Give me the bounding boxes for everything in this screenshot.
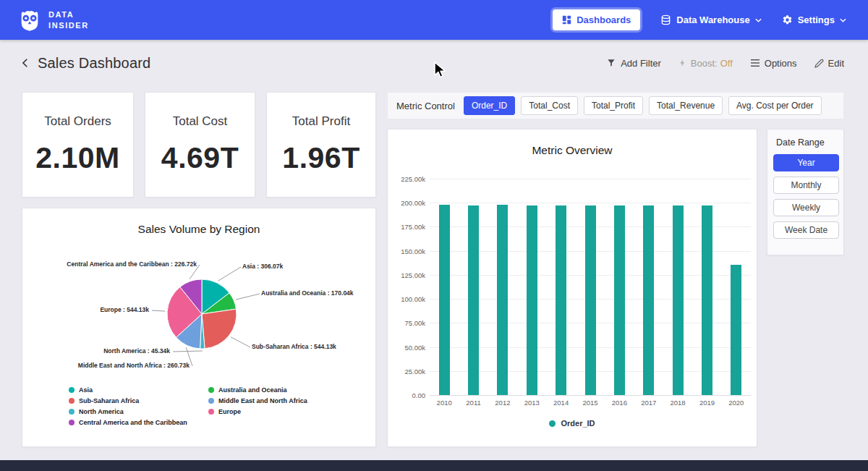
bar-2010[interactable] — [439, 205, 450, 395]
x-axis-tick-label: 2010 — [430, 399, 459, 407]
bar-2013[interactable] — [527, 205, 537, 395]
bar-2011[interactable] — [468, 205, 479, 395]
sales-volume-by-region-card: Sales Volume by Region Asia : 306.07k Au… — [22, 208, 376, 447]
pie-label-asia: Asia : 306.07k — [242, 263, 283, 270]
date-range-label: Date Range — [776, 137, 838, 148]
bar-2020[interactable] — [731, 265, 741, 395]
x-axis-tick-label: 2015 — [576, 399, 605, 407]
metric-button-total-profit[interactable]: Total_Profit — [584, 96, 643, 115]
kpi-label: Total Profit — [292, 114, 350, 129]
date-range-button-year[interactable]: Year — [773, 154, 839, 171]
y-axis-tick-label: 50.00k — [391, 344, 425, 352]
edit-button[interactable]: Edit — [814, 58, 844, 69]
boost-value: Off — [720, 58, 733, 69]
legend-dot — [549, 420, 556, 427]
metric-control-bar: Metric Control Order_ID Total_Cost Total… — [387, 92, 844, 119]
bar-2016[interactable] — [614, 205, 625, 395]
options-label: Options — [765, 58, 797, 69]
x-axis-tick-label: 2020 — [722, 399, 751, 407]
pie-label-leader-line — [231, 337, 250, 347]
footer-bar — [0, 460, 868, 471]
x-axis-tick-label: 2019 — [692, 399, 721, 407]
date-range-button-monthly[interactable]: Monthly — [773, 177, 839, 194]
x-axis-tick-label: 2018 — [663, 399, 692, 407]
date-range-button-week-date[interactable]: Week Date — [773, 221, 839, 239]
pie-label-leader-line — [236, 294, 260, 300]
kpi-value: 1.96T — [282, 141, 359, 175]
database-icon — [660, 14, 671, 25]
y-axis-tick-label: 200.00k — [391, 199, 425, 207]
grid-line — [430, 203, 751, 203]
bar-2012[interactable] — [497, 205, 508, 395]
legend-item-europe[interactable]: Europe — [208, 408, 307, 415]
metric-button-total-cost[interactable]: Total_Cost — [521, 96, 578, 115]
legend-label: North America — [79, 408, 124, 415]
y-axis-tick-label: 125.00k — [391, 271, 425, 279]
top-navbar: DATA INSIDER Dashboards — [0, 0, 868, 40]
chevron-down-icon — [755, 18, 762, 22]
legend-dot — [208, 387, 214, 393]
settings-label: Settings — [798, 14, 835, 25]
pie-label-sub-saharan-africa: Sub-Saharan Africa : 544.13k — [252, 343, 336, 350]
kpi-card-total-profit: Total Profit 1.96T — [266, 92, 376, 198]
bar-2014[interactable] — [556, 205, 566, 395]
x-axis-tick-label: 2012 — [488, 399, 517, 407]
dashboard-grid-icon — [562, 15, 571, 25]
boost-toggle[interactable]: Boost: Off — [678, 58, 733, 69]
metric-button-order-id[interactable]: Order_ID — [464, 96, 515, 115]
legend-item-australia-oceania[interactable]: Australia and Oceania — [208, 386, 307, 394]
dashboards-button[interactable]: Dashboards — [553, 9, 640, 30]
legend-item-north-america[interactable]: North America — [69, 408, 187, 415]
legend-label: Central America and the Caribbean — [79, 419, 187, 426]
kpi-card-total-cost: Total Cost 4.69T — [145, 92, 255, 198]
owl-logo-icon — [17, 8, 42, 33]
legend-dot — [208, 409, 214, 415]
pie-slice-sub-saharan-africa[interactable] — [202, 309, 237, 349]
kpi-value: 2.10M — [35, 141, 119, 175]
brand-line-1: DATA — [48, 9, 89, 20]
bar-2018[interactable] — [673, 205, 684, 395]
bar-2019[interactable] — [702, 205, 712, 395]
dashboard-header: Sales Dashboard Add Filter Boost: Off — [0, 40, 868, 86]
pie-legend-column-2: Australia and Oceania Middle East and No… — [208, 386, 307, 415]
y-axis-tick-label: 175.00k — [391, 223, 425, 231]
bar-chart-legend-item[interactable]: Order_ID — [388, 419, 757, 428]
brand-line-2: INSIDER — [48, 20, 89, 30]
metric-button-avg-cost-per-order[interactable]: Avg. Cost per Order — [728, 96, 822, 115]
legend-dot — [69, 409, 75, 415]
legend-item-asia[interactable]: Asia — [69, 386, 187, 394]
bar-2017[interactable] — [643, 205, 654, 395]
brand-name: DATA INSIDER — [48, 9, 89, 30]
date-range-button-weekly[interactable]: Weekly — [773, 199, 839, 216]
bolt-icon — [678, 58, 686, 68]
settings-menu[interactable]: Settings — [782, 14, 846, 25]
kpi-label: Total Cost — [173, 114, 228, 129]
pencil-icon — [814, 59, 824, 68]
chevron-down-icon — [840, 18, 846, 22]
legend-item-central-america-caribbean[interactable]: Central America and the Caribbean — [69, 419, 187, 426]
pie-label-north-america: North America : 45.34k — [103, 347, 170, 355]
page-title: Sales Dashboard — [38, 55, 150, 72]
kpi-card-total-orders: Total Orders 2.10M — [22, 92, 134, 198]
metric-button-total-revenue[interactable]: Total_Revenue — [649, 96, 723, 115]
data-warehouse-menu[interactable]: Data Warehouse — [660, 14, 761, 25]
legend-dot — [69, 387, 75, 393]
grid-line — [430, 395, 751, 396]
add-filter-label: Add Filter — [621, 58, 661, 69]
add-filter-button[interactable]: Add Filter — [606, 58, 661, 69]
bar-chart-plot-area: 225.00k200.00k175.00k150.00k125.00k100.0… — [388, 130, 757, 446]
metric-overview-card: Metric Overview 225.00k200.00k175.00k150… — [387, 129, 757, 447]
legend-item-sub-saharan-africa[interactable]: Sub-Saharan Africa — [69, 397, 187, 404]
x-axis-tick-label: 2017 — [634, 399, 663, 407]
options-button[interactable]: Options — [750, 58, 797, 69]
back-button[interactable] — [19, 56, 32, 69]
legend-label: Order_ID — [561, 419, 595, 428]
boost-label: Boost: — [691, 58, 718, 69]
bar-2015[interactable] — [585, 205, 596, 395]
y-axis-tick-label: 225.00k — [391, 175, 425, 183]
legend-dot — [208, 398, 214, 404]
brand-logo[interactable]: DATA INSIDER — [17, 8, 89, 33]
edit-label: Edit — [828, 58, 844, 69]
legend-item-middle-east-north-africa[interactable]: Middle East and North Africa — [208, 397, 307, 404]
legend-label: Australia and Oceania — [218, 386, 287, 394]
